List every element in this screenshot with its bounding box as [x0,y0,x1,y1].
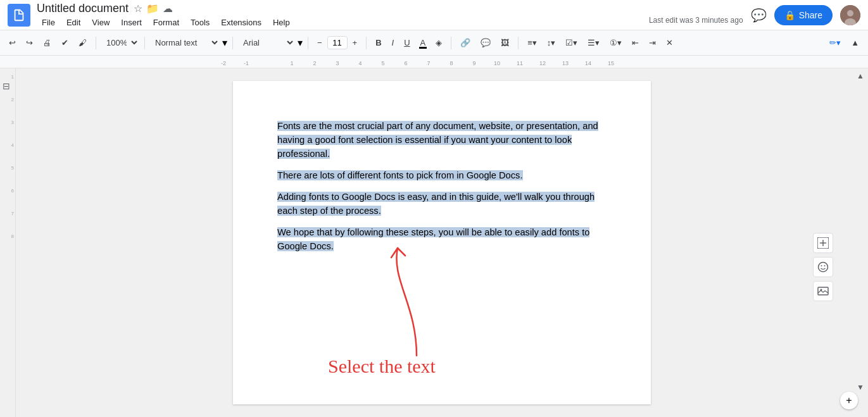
selected-text-2[interactable]: There are lots of different fonts to pic… [277,170,523,180]
text-style-dropdown[interactable]: Normal text [150,35,220,51]
menu-edit[interactable]: Edit [61,16,85,28]
menu-file[interactable]: File [37,16,60,28]
document-title[interactable]: Untitled document [37,2,129,15]
indent-increase-button[interactable]: ⇥ [645,35,660,50]
numbered-list-button[interactable]: ①▾ [606,35,626,50]
undo-button[interactable]: ↩ [5,35,20,50]
font-dropdown[interactable]: Arial [238,35,295,51]
v-ruler-mark: 2 [11,97,14,103]
menu-format[interactable]: Format [148,16,184,28]
v-ruler-mark: 5 [11,166,14,171]
cloud-icon[interactable]: ☁ [163,3,173,15]
image-insert-button[interactable] [813,281,833,301]
ruler-mark: 7 [417,60,440,66]
annotation-label: Select the text [328,356,436,377]
indent-decrease-button[interactable]: ⇤ [628,35,643,50]
scroll-up-button[interactable]: ▲ [857,72,864,80]
ruler-mark: 3 [326,60,349,66]
v-ruler-mark: 7 [11,211,14,216]
link-button[interactable]: 🔗 [456,35,474,50]
google-docs-icon [8,4,30,27]
menu-view[interactable]: View [87,16,115,28]
v-ruler-mark: 6 [11,189,14,194]
font-size-input[interactable] [327,36,348,49]
clear-format-button[interactable]: ✕ [662,35,677,50]
svg-point-6 [819,263,828,272]
ruler: -2 -1 1 2 3 4 5 6 7 8 9 10 11 12 13 14 1… [0,56,868,68]
emoji-button[interactable] [813,257,833,277]
ruler-mark: 14 [577,60,600,66]
svg-point-7 [821,265,822,266]
italic-button[interactable]: I [388,35,398,50]
highlight-button[interactable]: ◈ [432,35,446,50]
svg-point-8 [824,265,826,266]
star-icon[interactable]: ☆ [134,3,142,15]
ruler-mark: 10 [486,60,508,66]
document-page[interactable]: Fonts are the most crucial part of any d… [233,81,651,404]
ruler-mark: -2 [212,60,235,66]
collapse-button[interactable]: ▲ [847,35,863,50]
v-ruler-mark: 4 [11,143,14,148]
spellcheck-button[interactable]: ✔ [58,35,72,50]
paragraph-2[interactable]: There are lots of different fonts to pic… [277,168,607,182]
svg-point-1 [847,10,853,16]
font-dropdown-arrow: ▾ [298,37,303,49]
text-color-button[interactable]: A [417,35,430,50]
divider-7 [518,37,519,49]
toolbar: ↩ ↪ 🖨 ✔ 🖌 100% Normal text ▾ Arial ▾ − +… [0,30,868,56]
underline-button[interactable]: U [400,35,413,50]
zoom-dropdown[interactable]: 100% [101,35,139,51]
ruler-mark: 9 [463,60,486,66]
zoom-selector[interactable]: 100% [101,35,139,51]
menu-tools[interactable]: Tools [186,16,215,28]
annotation-area: Select the text [277,261,607,400]
last-edit-label: Last edit was 3 minutes ago [649,16,743,26]
ruler-mark: 5 [372,60,394,66]
selected-text-1[interactable]: Fonts are the most crucial part of any d… [277,121,598,159]
paragraph-3[interactable]: Adding fonts to Google Docs is easy, and… [277,190,607,218]
selected-text-3[interactable]: Adding fonts to Google Docs is easy, and… [277,192,594,216]
v-ruler-mark: 1 [11,75,14,80]
document-canvas[interactable]: Fonts are the most crucial part of any d… [16,68,868,417]
menu-bar: File Edit View Insert Format Tools Exten… [37,16,649,28]
menu-insert[interactable]: Insert [116,16,147,28]
comment-insert-button[interactable]: 💬 [477,35,494,50]
ruler-mark: 6 [394,60,417,66]
header-right: 💬 🔒 Share [751,5,860,25]
share-button[interactable]: 🔒 Share [774,5,833,25]
checklist-button[interactable]: ☑▾ [562,35,581,50]
divider-2 [144,37,145,49]
font-size-increase[interactable]: + [349,35,362,50]
menu-extensions[interactable]: Extensions [216,16,267,28]
line-spacing-button[interactable]: ↕▾ [543,35,560,50]
ruler-mark: 13 [554,60,577,66]
zoom-fit-button[interactable]: + [840,392,858,409]
divider-5 [366,37,367,49]
outline-icon[interactable]: ⊟ [3,81,10,91]
bold-button[interactable]: B [372,35,385,50]
style-dropdown-arrow: ▾ [222,37,227,49]
ruler-mark: 1 [280,60,303,66]
menu-help[interactable]: Help [268,16,295,28]
print-button[interactable]: 🖨 [39,35,55,50]
align-button[interactable]: ≡▾ [524,35,541,50]
scroll-down-button[interactable]: ▼ [857,383,864,392]
add-content-button[interactable] [813,233,833,253]
title-bar: Untitled document ☆ 📁 ☁ File Edit View I… [0,0,868,30]
redo-button[interactable]: ↪ [22,35,37,50]
user-avatar[interactable] [840,5,860,25]
title-section: Untitled document ☆ 📁 ☁ File Edit View I… [37,2,649,28]
font-size-area: − + [313,35,361,50]
image-button[interactable]: 🖼 [497,35,513,50]
font-size-decrease[interactable]: − [313,35,326,50]
ruler-mark: 15 [600,60,622,66]
annotation-arrow [379,242,455,368]
divider-6 [451,37,451,49]
folder-icon[interactable]: 📁 [146,3,159,15]
v-ruler-mark: 3 [11,120,14,125]
paragraph-1[interactable]: Fonts are the most crucial part of any d… [277,119,607,161]
comment-icon[interactable]: 💬 [751,8,767,23]
paint-format-button[interactable]: 🖌 [75,35,91,50]
pencil-button[interactable]: ✏▾ [826,35,845,50]
bullet-list-button[interactable]: ☰▾ [584,35,603,50]
